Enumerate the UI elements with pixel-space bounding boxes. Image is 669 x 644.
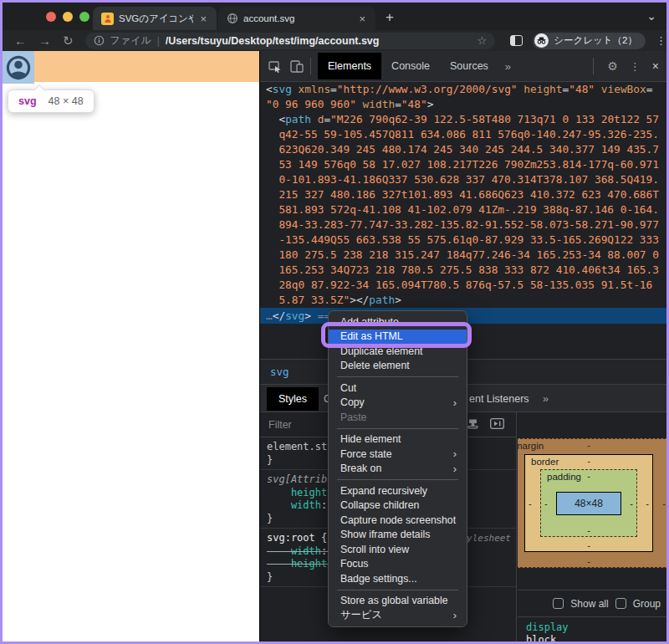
tab-title: account.svg (243, 13, 352, 23)
menu-item-break-on[interactable]: Break on› (329, 462, 467, 477)
tab-close-icon[interactable]: × (357, 13, 367, 24)
menu-item-edit-as-html[interactable]: Edit as HTML (329, 330, 467, 345)
computed-prop-value: block (526, 634, 666, 641)
reload-button[interactable]: ↻ (63, 33, 74, 49)
code-line[interactable]: 165.253 34Q723 218 780.5 275.5 838 333 8… (260, 263, 666, 278)
inspect-tooltip: svg 48 × 48 (8, 89, 94, 113)
dom-tree-source[interactable]: <svg xmlns="http://www.w3.org/2000/svg" … (260, 82, 666, 308)
bookmark-star-icon[interactable]: ☆ (477, 34, 488, 47)
menu-item-show-iframe-details[interactable]: Show iframe details (329, 528, 467, 543)
box-model-padding[interactable]: padding - - - - 48×48 (540, 469, 637, 537)
menu-item-duplicate-element[interactable]: Duplicate element (329, 344, 467, 359)
code-line[interactable]: 623Q620.349 245 480.174 245 340 245 244.… (260, 142, 666, 157)
tab-elements[interactable]: Elements (318, 53, 381, 79)
code-line[interactable]: 53 149 576q0 58 17.027 108.217T226 790Zm… (260, 157, 666, 172)
box-model-border[interactable]: border - - - - padding - - - - 48×48 (524, 454, 653, 552)
sidebar-more-tabs-icon[interactable]: » (543, 393, 549, 405)
code-line[interactable]: 28q0 87.922-34 165.094T780.5 876q-57.5 5… (260, 278, 666, 293)
tab-styles[interactable]: Styles (267, 387, 319, 411)
account-icon (5, 54, 32, 81)
menu-item-expand-recursively[interactable]: Expand recursively (329, 483, 467, 498)
computed-filter-bar: Show all Group (518, 590, 666, 617)
device-toolbar-icon[interactable] (290, 60, 304, 73)
menu-item-delete-element[interactable]: Delete element (329, 359, 467, 374)
padding-left-value[interactable]: - (544, 498, 548, 509)
submenu-arrow-icon: › (453, 609, 457, 621)
group-checkbox[interactable] (615, 598, 626, 609)
tab-close-icon[interactable]: × (198, 13, 208, 24)
padding-top-value[interactable]: - (587, 471, 590, 481)
address-bar[interactable]: ファイル | /Users/tsuyu/Desktop/test/img/acc… (85, 33, 496, 49)
menu-item-collapse-children[interactable]: Collapse children (329, 498, 467, 514)
inspect-margin-overlay (3, 51, 259, 82)
side-panel-icon[interactable] (510, 35, 523, 46)
breadcrumb-svg[interactable]: svg (270, 365, 289, 378)
code-line[interactable]: 5.87 33.5Z"></path> (260, 293, 666, 308)
devtools-menu-icon[interactable]: ⋮ (625, 60, 646, 73)
menu-item-force-state[interactable]: Force state› (329, 447, 467, 462)
tab-svg-article[interactable]: SVGのアイコンやロゴの色をCSS × (93, 7, 217, 30)
minimize-window-button[interactable] (63, 12, 73, 22)
menu-item-capture-node-screenshot[interactable]: Capture node screenshot (329, 513, 467, 528)
devtools-settings-icon[interactable]: ⚙ (602, 59, 623, 73)
tab-title: SVGのアイコンやロゴの色をCSS (119, 13, 193, 25)
border-label: border (531, 457, 559, 467)
computed-prop-name[interactable]: display (526, 621, 666, 634)
tab-sources[interactable]: Sources (440, 53, 498, 79)
more-tabs-icon[interactable]: » (498, 60, 518, 73)
padding-right-value[interactable]: - (630, 498, 633, 509)
devtools-close-icon[interactable]: × (647, 59, 666, 73)
menu-separator (337, 479, 458, 480)
back-button[interactable]: ← (14, 33, 27, 48)
incognito-badge[interactable]: シークレット（2） (533, 33, 646, 49)
code-line[interactable]: 180 275.5 238 218 315.247 184q77.246-34 … (260, 248, 666, 263)
new-style-rule-icon[interactable] (467, 417, 478, 432)
border-bottom-value[interactable]: - (587, 540, 590, 550)
show-all-checkbox[interactable] (553, 598, 564, 609)
menu-item-[interactable]: サービス› (329, 608, 467, 623)
code-line[interactable]: <path d="M226 790q62-39 122.5-58T480 713… (260, 112, 666, 127)
margin-right-value[interactable]: - (662, 498, 666, 509)
menu-item-cut[interactable]: Cut (329, 381, 467, 396)
browser-menu-icon[interactable]: ⋮ (656, 34, 666, 47)
menu-item-copy[interactable]: Copy› (329, 396, 467, 411)
computed-properties: display block (518, 618, 666, 641)
element-state-icon[interactable] (490, 417, 504, 432)
code-line[interactable]: 894-33.283-77.747-33.282-135.82-91.552-5… (260, 217, 666, 233)
forward-button[interactable]: → (38, 33, 51, 48)
box-model-content[interactable]: 48×48 (556, 492, 621, 515)
code-line[interactable]: 581.893 572q-41.108 41-102.079 41Zm-.219… (260, 202, 666, 217)
tab-search-chevron-icon[interactable]: ⌄ (646, 9, 656, 23)
border-right-value[interactable]: - (646, 498, 649, 509)
inspected-svg-element[interactable] (3, 51, 34, 84)
border-left-value[interactable]: - (529, 498, 532, 509)
menu-item-store-as-global-variable[interactable]: Store as global variable (329, 594, 467, 609)
box-model-margin[interactable]: margin - - - - border - - - - padding - (518, 438, 666, 568)
toolbar-divider (310, 58, 311, 74)
maximize-window-button[interactable] (79, 12, 89, 22)
code-line[interactable]: 215 327 480.186 327t101.893 41.686Q623 4… (260, 187, 666, 202)
border-top-value[interactable]: - (587, 456, 590, 466)
padding-bottom-value[interactable]: - (587, 525, 590, 535)
code-line[interactable]: q42-55 59-105.457Q811 634.086 811 576q0-… (260, 127, 666, 142)
menu-item-hide-element[interactable]: Hide element (329, 432, 467, 447)
new-tab-button[interactable]: + (386, 9, 394, 26)
menu-item-focus[interactable]: Focus (329, 557, 467, 572)
code-line[interactable]: 0-101.893-41.186Q337 530.628 337 470.314… (260, 172, 666, 187)
tab-console[interactable]: Console (381, 53, 440, 79)
menu-item-scroll-into-view[interactable]: Scroll into view (329, 542, 467, 557)
menu-item-badge-settings[interactable]: Badge settings... (329, 571, 467, 586)
globe-favicon-icon (227, 13, 238, 24)
inspect-element-icon[interactable] (268, 60, 282, 73)
code-line[interactable]: <svg xmlns="http://www.w3.org/2000/svg" … (260, 82, 666, 97)
margin-bottom-value[interactable]: - (587, 556, 590, 566)
code-line[interactable]: -135.449Q55 663.538 55 575.61q0-87.929 3… (260, 233, 666, 248)
menu-item-add-attribute[interactable]: Add attribute (329, 314, 467, 330)
info-icon[interactable] (94, 35, 105, 46)
code-line[interactable]: "0 96 960 960" width="48"> (260, 97, 666, 112)
padding-label: padding (547, 472, 581, 482)
tab-event-listeners-partial[interactable]: ent Listeners (469, 393, 529, 405)
close-window-button[interactable] (46, 12, 56, 22)
margin-top-value[interactable]: - (587, 440, 590, 450)
tab-account-svg[interactable]: account.svg × (218, 7, 375, 30)
